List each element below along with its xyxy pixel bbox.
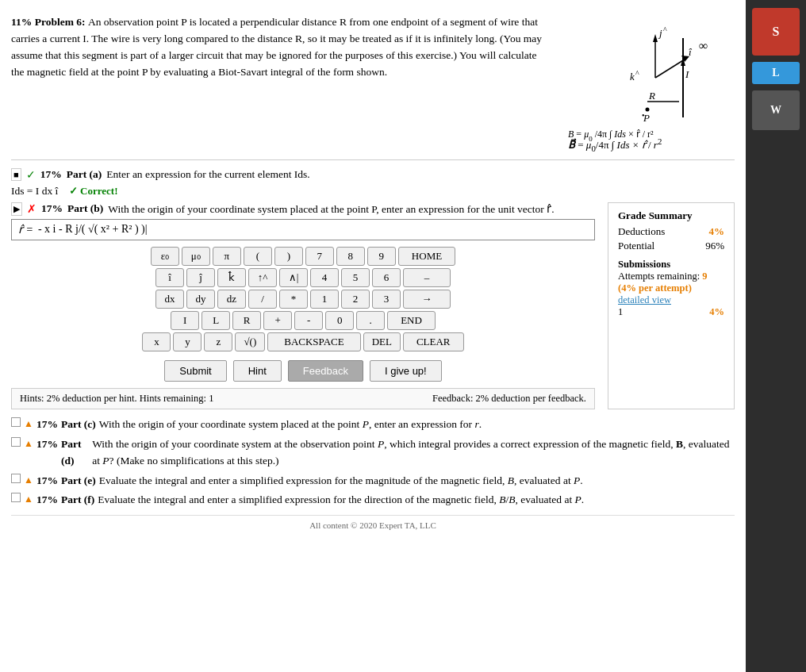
key-I[interactable]: I: [171, 311, 199, 330]
answer-input-area[interactable]: r̂ =: [11, 219, 595, 240]
kbd-row-5: x y z √() BACKSPACE DEL CLEAR: [142, 332, 463, 351]
part-b-container: ▶ ✗ 17% Part (b) With the origin of your…: [11, 202, 735, 416]
submit-button[interactable]: Submit: [164, 360, 226, 382]
key-ihat[interactable]: î: [155, 268, 184, 287]
grade-summary-title: Grade Summary: [618, 209, 724, 222]
svg-text:^: ^: [663, 25, 667, 34]
hint-button[interactable]: Hint: [233, 360, 282, 382]
key-dx[interactable]: dx: [155, 290, 184, 309]
deductions-label: Deductions: [618, 225, 665, 238]
key-6[interactable]: 6: [372, 268, 401, 287]
part-d-label: Part (d): [61, 436, 89, 470]
key-2[interactable]: 2: [341, 290, 370, 309]
key-4[interactable]: 4: [310, 268, 339, 287]
key-mu0[interactable]: μ₀: [182, 247, 210, 266]
hints-left: Hints: 2% deduction per hint. Hints rema…: [20, 393, 213, 405]
key-del[interactable]: DEL: [363, 332, 401, 351]
part-a-description: Enter an expression for the current elem…: [106, 168, 309, 181]
grade-summary: Grade Summary Deductions 4% Potential 96…: [608, 202, 735, 409]
part-b-x-icon: ✗: [27, 202, 36, 216]
footer-text: All content © 2020 Expert TA, LLC: [309, 520, 436, 530]
submissions-title: Submissions: [618, 259, 724, 271]
part-c-warning-icon: ▲: [24, 417, 33, 432]
key-5[interactable]: 5: [341, 268, 370, 287]
attempt-row: 1 4%: [618, 306, 724, 318]
part-d-weight: 17%: [36, 436, 58, 453]
part-a-check-icon: ✓: [26, 168, 36, 182]
key-multiply[interactable]: *: [279, 290, 308, 309]
problem-weight: 11%: [11, 16, 32, 28]
sidebar-icon-w[interactable]: W: [752, 90, 800, 130]
detailed-view-link[interactable]: detailed view: [618, 294, 724, 306]
part-e-weight: 17%: [36, 472, 58, 490]
part-b-weight: 17%: [41, 202, 63, 215]
svg-marker-1: [653, 34, 658, 42]
part-d-warning-icon: ▲: [24, 436, 33, 451]
key-rightarrow[interactable]: →: [403, 290, 451, 309]
key-closeparen[interactable]: ): [274, 247, 303, 266]
key-clear[interactable]: CLEAR: [403, 332, 464, 351]
key-x[interactable]: x: [142, 332, 171, 351]
key-caret-pipe[interactable]: ∧|: [279, 268, 308, 287]
key-khat[interactable]: k̂: [217, 268, 246, 287]
answer-label: r̂ =: [18, 223, 33, 236]
part-c-square: [11, 417, 21, 427]
right-sidebar: S L W: [746, 0, 806, 672]
part-d-square: [11, 437, 21, 447]
svg-text:∞: ∞: [699, 39, 708, 52]
key-9[interactable]: 9: [367, 247, 396, 266]
part-c-description: With the origin of your coordinate syste…: [99, 416, 482, 433]
part-f-label: Part (f): [61, 491, 94, 509]
key-z[interactable]: z: [204, 332, 232, 351]
svg-text:j: j: [658, 27, 662, 39]
part-a-section: ■ ✓ 17% Part (a) Enter an expression for…: [11, 168, 735, 198]
potential-value: 96%: [705, 240, 724, 252]
key-divide[interactable]: /: [248, 290, 277, 309]
part-c-label: Part (c): [61, 416, 96, 433]
key-openparen[interactable]: (: [244, 247, 272, 266]
sidebar-l-label: L: [772, 67, 779, 79]
key-home[interactable]: HOME: [398, 247, 455, 266]
feedback-button[interactable]: Feedback: [288, 360, 363, 382]
key-7[interactable]: 7: [305, 247, 334, 266]
answer-input[interactable]: [38, 223, 588, 236]
key-y[interactable]: y: [173, 332, 202, 351]
key-jhat[interactable]: ĵ: [186, 268, 215, 287]
key-8[interactable]: 8: [336, 247, 365, 266]
part-a-correct-label: ✓ Correct!: [69, 185, 118, 197]
part-e-description: Evaluate the integral and enter a simpli…: [99, 472, 583, 490]
key-0[interactable]: 0: [325, 311, 354, 330]
key-uparrow[interactable]: ↑^: [248, 268, 277, 287]
part-a-header: ■ ✓ 17% Part (a) Enter an expression for…: [11, 168, 735, 182]
key-epsilon0[interactable]: ε₀: [151, 247, 179, 266]
attempts-note: (4% per attempt): [618, 282, 724, 294]
key-pi[interactable]: π: [213, 247, 241, 266]
key-L[interactable]: L: [202, 311, 230, 330]
problem-text: 11% Problem 6: An observation point P is…: [11, 14, 544, 153]
key-1[interactable]: 1: [310, 290, 339, 309]
key-dy[interactable]: dy: [186, 290, 215, 309]
key-sqrt[interactable]: √(): [235, 332, 265, 351]
part-a-checkbox: ■: [11, 168, 21, 181]
key-3[interactable]: 3: [372, 290, 401, 309]
sidebar-icon-l[interactable]: L: [752, 62, 800, 84]
part-b-checkbox: ▶: [11, 202, 22, 216]
part-e-square: [11, 474, 21, 483]
part-b-label: Part (b): [67, 202, 103, 215]
part-e-row: ▲ 17% Part (e) Evaluate the integral and…: [11, 472, 735, 490]
key-end[interactable]: END: [387, 311, 436, 330]
key-plus[interactable]: +: [263, 311, 292, 330]
part-f-warning-icon: ▲: [24, 492, 33, 507]
igiveup-button[interactable]: I give up!: [370, 360, 442, 382]
key-minus[interactable]: -: [294, 311, 323, 330]
sidebar-icon-s[interactable]: S: [752, 8, 800, 56]
sidebar-s-label: S: [773, 25, 780, 39]
part-c-weight: 17%: [36, 416, 58, 433]
bottom-parts: ▲ 17% Part (c) With the origin of your c…: [11, 416, 735, 509]
svg-point-15: [646, 108, 650, 112]
key-backspace[interactable]: BACKSPACE: [267, 332, 360, 351]
key-dot[interactable]: .: [356, 311, 385, 330]
key-R[interactable]: R: [232, 311, 261, 330]
key-dz[interactable]: dz: [217, 290, 246, 309]
key-dash[interactable]: –: [403, 268, 451, 287]
